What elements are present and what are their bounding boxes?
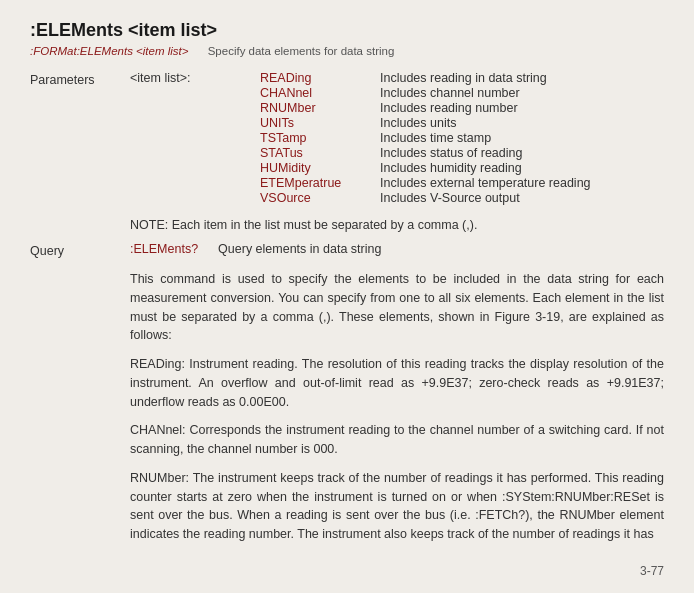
- body-para-1: READing: Instrument reading. The resolut…: [130, 355, 664, 411]
- first-desc: Includes reading in data string: [380, 71, 547, 85]
- desc-7: Includes external temperature reading: [380, 176, 591, 190]
- query-section: Query :ELEMents? Query elements in data …: [30, 242, 664, 258]
- cmd-2: RNUMber: [250, 101, 380, 115]
- desc-1: Includes channel number: [380, 86, 520, 100]
- page-number: 3-77: [640, 564, 664, 578]
- first-cmd: READing: [250, 71, 380, 85]
- cmd-1: CHANnel: [250, 86, 380, 100]
- cmd-5: STATus: [250, 146, 380, 160]
- param-row-1: CHANnel Includes channel number: [130, 86, 664, 100]
- item-list-label: <item list>:: [130, 71, 250, 85]
- body-para-3: RNUMber: The instrument keeps track of t…: [130, 469, 664, 544]
- query-desc: Query elements in data string: [218, 242, 381, 256]
- page-title: :ELEMents <item list>: [30, 20, 664, 41]
- param-row-7: ETEMperatrue Includes external temperatu…: [130, 176, 664, 190]
- subtitle-desc: Specify data elements for data string: [208, 45, 395, 57]
- params-label: Parameters: [30, 71, 130, 206]
- params-header-row: <item list>: READing Includes reading in…: [130, 71, 664, 85]
- param-row-5: STATus Includes status of reading: [130, 146, 664, 160]
- body-para-0: This command is used to specify the elem…: [130, 270, 664, 345]
- query-label: Query: [30, 242, 130, 258]
- subtitle-line: :FORMat:ELEMents <item list> Specify dat…: [30, 45, 664, 57]
- param-row-4: TSTamp Includes time stamp: [130, 131, 664, 145]
- query-content: :ELEMents? Query elements in data string: [130, 242, 664, 258]
- params-section: Parameters <item list>: READing Includes…: [30, 71, 664, 206]
- cmd-4: TSTamp: [250, 131, 380, 145]
- param-row-8: VSOurce Includes V-Source output: [130, 191, 664, 205]
- note-section: NOTE: Each item in the list must be sepa…: [130, 218, 664, 232]
- body-para-2: CHANnel: Corresponds the instrument read…: [130, 421, 664, 459]
- param-row-3: UNITs Includes units: [130, 116, 664, 130]
- desc-6: Includes humidity reading: [380, 161, 522, 175]
- cmd-8: VSOurce: [250, 191, 380, 205]
- cmd-3: UNITs: [250, 116, 380, 130]
- param-row-6: HUMidity Includes humidity reading: [130, 161, 664, 175]
- subtitle-cmd: :FORMat:ELEMents <item list>: [30, 45, 189, 57]
- query-cmd: :ELEMents?: [130, 242, 198, 256]
- desc-8: Includes V-Source output: [380, 191, 520, 205]
- param-row-2: RNUMber Includes reading number: [130, 101, 664, 115]
- desc-5: Includes status of reading: [380, 146, 522, 160]
- desc-4: Includes time stamp: [380, 131, 491, 145]
- desc-3: Includes units: [380, 116, 456, 130]
- desc-2: Includes reading number: [380, 101, 518, 115]
- cmd-6: HUMidity: [250, 161, 380, 175]
- params-content: <item list>: READing Includes reading in…: [130, 71, 664, 206]
- cmd-7: ETEMperatrue: [250, 176, 380, 190]
